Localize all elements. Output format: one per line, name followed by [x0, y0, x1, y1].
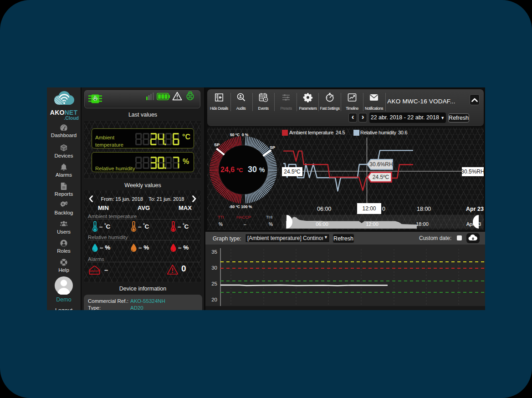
- svg-text:06:00: 06:00: [316, 221, 328, 227]
- svg-text:18:00: 18:00: [416, 221, 429, 227]
- svg-text:HACCP: HACCP: [90, 270, 99, 272]
- svg-text:12:00: 12:00: [366, 221, 379, 227]
- svg-text:30.6%RH: 30.6%RH: [369, 161, 393, 168]
- svg-text:Apr 23: Apr 23: [466, 221, 481, 227]
- svg-text:24.5ºC: 24.5ºC: [373, 174, 389, 180]
